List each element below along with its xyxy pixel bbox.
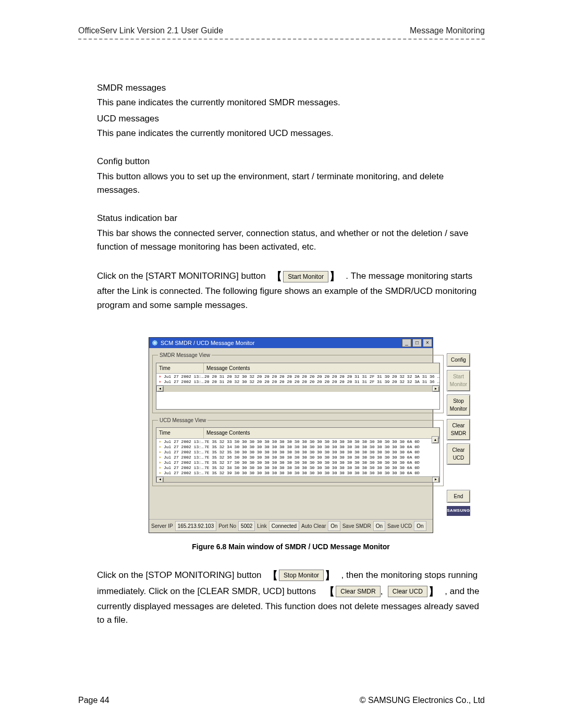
row-message: 7E 35 32 39 30 30 30 30 30 30 30 30 30 3… (204, 471, 439, 476)
list-item[interactable]: ✶Jul 27 2002 13:48…7E 35 32 36 30 30 30 … (156, 455, 439, 460)
window-control-buttons: _ □ × (401, 339, 433, 347)
start-instruction: Click on the [START MONITORING] button 【… (97, 268, 485, 312)
list-item[interactable]: ✶Jul 27 2002 13:48…7E 35 32 38 30 30 30 … (156, 465, 439, 471)
window-client-area: SMDR Message View Time Message Contents … (149, 348, 433, 519)
row-time: Jul 27 2002 13:48… (164, 455, 204, 460)
running-header: OfficeServ Link Version 2.1 User Guide M… (78, 26, 485, 39)
scroll-right-icon[interactable]: ▸ (432, 477, 439, 483)
row-time: Jul 27 2002 13:48… (164, 445, 204, 450)
config-button-section: Config button This button allows you to … (97, 155, 485, 197)
row-time: Jul 27 2002 13:48… (164, 439, 204, 445)
smdr-group: SMDR Message View Time Message Contents … (152, 351, 444, 413)
close-button[interactable]: × (423, 339, 432, 347)
ucd-col-time[interactable]: Time (156, 428, 204, 438)
list-item[interactable]: ✶Jul 27 2002 13:48…7E 35 32 37 30 30 30 … (156, 460, 439, 465)
samsung-logo: SAMSUNG (447, 506, 470, 515)
list-item[interactable]: ✶Jul 27 2002 13:48…7E 35 32 34 30 30 30 … (156, 445, 439, 450)
clear-ucd-button[interactable]: Clear UCD (447, 443, 470, 465)
window-title: SCM SMDR / UCD Message Monitor (161, 339, 401, 348)
ucd-text: This pane indicates the currently monito… (97, 127, 485, 140)
row-time: Jul 27 2002 13:48… (164, 460, 204, 465)
ucd-group: UCD Message View Time Message Contents ▴… (152, 416, 444, 487)
header-divider (78, 39, 485, 40)
list-item[interactable]: ✶Jul 27 2002 13:48…20 20 31 20 32 30 32 … (156, 374, 439, 379)
app-icon (151, 339, 158, 347)
tx-icon: ✶ (157, 374, 163, 379)
status-port-value: 5002 (238, 521, 255, 532)
stop-text-a: Click on the [STOP MONITORING] button (97, 570, 262, 580)
ucd-col-msg[interactable]: Message Contents (204, 428, 439, 438)
footer-page: Page 44 (78, 696, 109, 705)
tx-icon: ✶ (157, 379, 163, 385)
minimize-button[interactable]: _ (402, 339, 411, 347)
list-item[interactable]: ✶Jul 27 2002 13:48…7E 35 32 33 30 30 30 … (156, 439, 439, 445)
row-time: Jul 27 2002 13:48… (164, 471, 204, 476)
scroll-left-icon[interactable]: ◂ (156, 477, 164, 483)
row-time: Jul 27 2002 13:48… (164, 379, 204, 385)
smdr-column-headers: Time Message Contents (156, 363, 439, 374)
row-message: 20 20 31 20 32 30 32 20 20 20 20 20 20 2… (204, 374, 439, 379)
status-saveucd-label: Save UCD (387, 522, 412, 530)
status-autoclear-label: Auto Clear (301, 522, 326, 530)
clear-smdr-button[interactable]: Clear SMDR (447, 419, 470, 440)
smdr-list[interactable]: Time Message Contents ✶Jul 27 2002 13:48… (156, 363, 440, 410)
status-link-label: Link (257, 522, 266, 530)
scroll-left-icon[interactable]: ◂ (156, 386, 164, 392)
close-bracket-icon: 】 (328, 270, 341, 282)
clear-ucd-inline-button: Clear UCD (388, 586, 427, 597)
row-message: 7E 35 32 36 30 30 30 30 30 30 30 30 30 3… (204, 455, 439, 460)
start-monitor-inline-button: Start Monitor (283, 271, 328, 282)
header-right: Message Monitoring (410, 26, 485, 35)
clear-smdr-inline-button: Clear SMDR (336, 586, 380, 597)
scroll-track[interactable] (164, 477, 432, 483)
rx-icon: ✶ (157, 455, 163, 460)
config-button[interactable]: Config (447, 353, 470, 367)
status-link-value: Connected (269, 521, 299, 532)
stop-clear-instruction: Click on the [STOP MONITORING] button 【S… (97, 567, 485, 627)
list-item[interactable]: ✶Jul 27 2002 13:48…20 20 31 20 32 30 32 … (156, 379, 439, 385)
maximize-button[interactable]: □ (412, 339, 422, 347)
smdr-col-msg[interactable]: Message Contents (204, 363, 439, 374)
row-time: Jul 27 2002 13:48… (164, 450, 204, 455)
start-text-a: Click on the [START MONITORING] button (97, 271, 266, 281)
scroll-track[interactable] (164, 386, 432, 392)
scroll-right-icon[interactable]: ▸ (432, 386, 439, 392)
figure-caption: Figure 6.8 Main window of SMDR / UCD Mes… (97, 541, 485, 553)
close-bracket-icon: 】 (427, 586, 440, 597)
rx-icon: ✶ (157, 471, 163, 476)
start-monitor-button[interactable]: Start Monitor (447, 370, 470, 391)
status-heading: Status indication bar (97, 212, 485, 225)
smdr-hscrollbar[interactable]: ◂ ▸ (156, 385, 439, 392)
ucd-rows: ✶Jul 27 2002 13:48…7E 35 32 33 30 30 30 … (156, 439, 439, 476)
list-item[interactable]: ✶Jul 27 2002 13:48…7E 35 32 35 30 30 30 … (156, 450, 439, 455)
row-time: Jul 27 2002 13:48… (164, 465, 204, 471)
ucd-group-legend: UCD Message View (158, 416, 207, 425)
row-message: 7E 35 32 38 30 30 30 30 30 30 30 30 30 3… (204, 465, 439, 471)
footer-copyright: © SAMSUNG Electronics Co., Ltd (360, 696, 485, 705)
row-message: 20 20 31 20 32 30 32 20 20 20 20 20 20 2… (204, 379, 439, 385)
smdr-heading: SMDR messages (97, 81, 485, 95)
close-bracket-icon: 】 (324, 570, 336, 581)
smdr-group-legend: SMDR Message View (158, 351, 212, 360)
row-message: 7E 35 32 33 30 30 30 30 30 30 30 30 30 3… (204, 439, 439, 445)
ucd-hscrollbar[interactable]: ◂ ▸ (156, 476, 439, 483)
scroll-up-icon[interactable]: ▴ (432, 436, 439, 443)
end-button[interactable]: End (447, 490, 470, 503)
status-bar-section: Status indication bar This bar shows the… (97, 212, 485, 254)
rx-icon: ✶ (157, 439, 163, 445)
status-saveucd-value: On (414, 521, 426, 532)
config-heading: Config button (97, 155, 485, 168)
stop-monitor-button[interactable]: Stop Monitor (447, 394, 470, 416)
smdr-rows: ✶Jul 27 2002 13:48…20 20 31 20 32 30 32 … (156, 374, 439, 385)
status-serverip-label: Server IP (151, 522, 173, 530)
status-autoclear-value: On (328, 521, 340, 532)
list-item[interactable]: ✶Jul 27 2002 13:48…7E 35 32 39 30 30 30 … (156, 471, 439, 476)
page: OfficeServ Link Version 2.1 User Guide M… (0, 0, 563, 728)
smdr-col-time[interactable]: Time (156, 363, 204, 374)
window-left-column: SMDR Message View Time Message Contents … (152, 351, 444, 515)
row-message: 7E 35 32 34 30 30 30 30 30 30 30 30 30 3… (204, 445, 439, 450)
window-titlebar: SCM SMDR / UCD Message Monitor _ □ × (149, 338, 433, 348)
ucd-list[interactable]: Time Message Contents ▴ ✶Jul 27 2002 13:… (156, 427, 440, 483)
status-savesmdr-label: Save SMDR (342, 522, 371, 530)
row-time: Jul 27 2002 13:48… (164, 374, 204, 379)
